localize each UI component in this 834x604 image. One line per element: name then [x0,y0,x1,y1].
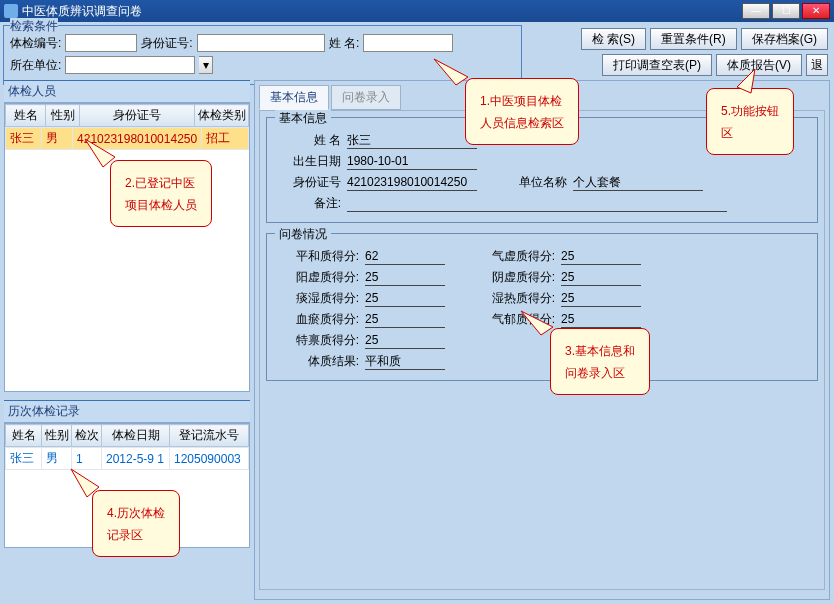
exam-no-label: 体检编号: [10,35,61,52]
score-tebing[interactable] [365,333,445,349]
titlebar: 中医体质辨识调查问卷 — ☐ ✕ [0,0,834,22]
name-input[interactable] [363,34,453,52]
score-shire[interactable] [561,291,641,307]
history-header: 姓名 性别 检次 体检日期 登记流水号 [6,425,249,447]
staff-header: 姓名 性别 身份证号 体检类别 [6,105,249,127]
close-button[interactable]: ✕ [802,3,830,19]
svg-marker-3 [71,469,99,497]
score-qiyu[interactable] [561,312,641,328]
unit-dropdown-icon[interactable]: ▾ [199,56,213,74]
reset-button[interactable]: 重置条件(R) [650,28,737,50]
score-yinxu[interactable] [561,270,641,286]
callout-3: 3.基本信息和 问卷录入区 [550,328,650,395]
search-legend: 检索条件 [10,18,58,35]
idcard-input[interactable] [197,34,325,52]
survey-group: 问卷情况 平和质得分: 气虚质得分: 阳虚质得分: 阴虚质得分: 痰湿质得分: … [266,233,818,381]
svg-marker-0 [434,59,468,85]
basic-legend: 基本信息 [275,110,331,127]
action-buttons: 检 索(S) 重置条件(R) 保存档案(G) 打印调查空表(P) 体质报告(V)… [528,28,828,76]
score-pinghe[interactable] [365,249,445,265]
window-title: 中医体质辨识调查问卷 [22,3,142,20]
survey-legend: 问卷情况 [275,226,331,243]
score-xueyu[interactable] [365,312,445,328]
score-yangxu[interactable] [365,270,445,286]
staff-grid: 姓名 性别 身份证号 体检类别 张三 男 421023198010014250 … [4,103,250,392]
basic-unit[interactable] [573,175,703,191]
svg-marker-2 [521,311,553,335]
panel1-title: 体检人员 [4,80,250,103]
callout-4: 4.历次体检 记录区 [92,490,180,557]
history-row[interactable]: 张三 男 1 2012-5-9 1 1205090003 [6,448,249,470]
unit-input[interactable] [65,56,195,74]
basic-birth[interactable] [347,154,477,170]
callout-5: 5.功能按钮 区 [706,88,794,155]
panel2-title: 历次体检记录 [4,400,250,423]
idcard-label: 身份证号: [141,35,192,52]
tab-survey[interactable]: 问卷录入 [331,85,401,110]
score-tanshi[interactable] [365,291,445,307]
app-icon [4,4,18,18]
save-button[interactable]: 保存档案(G) [741,28,828,50]
exit-button[interactable]: 退 [806,54,828,76]
callout-1: 1.中医项目体检 人员信息检索区 [465,78,579,145]
svg-marker-4 [737,69,755,93]
callout-2: 2.已登记中医 项目体检人员 [110,160,212,227]
tab-basic[interactable]: 基本信息 [259,85,329,110]
unit-label: 所在单位: [10,57,61,74]
print-button[interactable]: 打印调查空表(P) [602,54,712,76]
maximize-button[interactable]: ☐ [772,3,800,19]
basic-id[interactable] [347,175,477,191]
svg-marker-1 [85,139,115,167]
staff-row[interactable]: 张三 男 421023198010014250 招工 [6,128,249,150]
constitution-result[interactable] [365,354,445,370]
name-label: 姓 名: [329,35,360,52]
basic-note[interactable] [347,196,727,212]
minimize-button[interactable]: — [742,3,770,19]
search-button[interactable]: 检 索(S) [581,28,646,50]
score-qixu[interactable] [561,249,641,265]
exam-no-input[interactable] [65,34,137,52]
basic-name[interactable] [347,133,477,149]
